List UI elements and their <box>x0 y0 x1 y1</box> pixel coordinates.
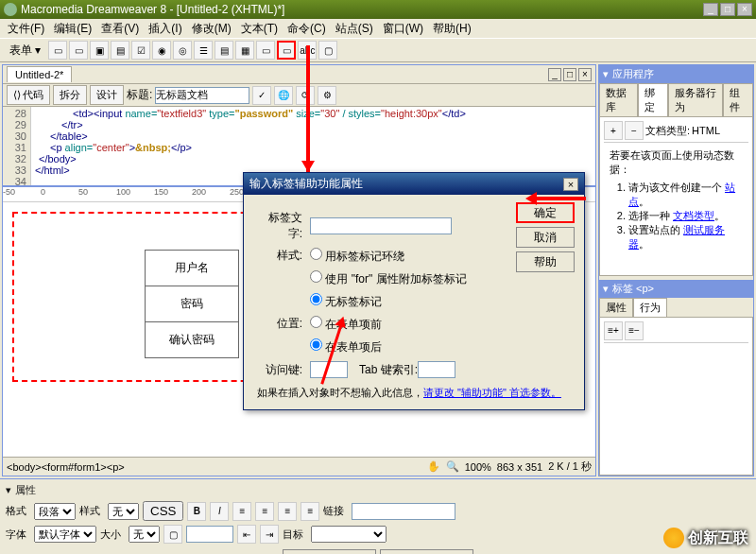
style-select[interactable]: 无 <box>108 503 139 520</box>
link-input[interactable] <box>352 503 455 520</box>
form-table[interactable]: 用户名 密码 确认密码 <box>145 250 239 358</box>
style-label: 样式 <box>79 504 104 518</box>
menu-edit[interactable]: 编辑(E) <box>50 19 95 39</box>
hint2-link[interactable]: 文档类型 <box>673 210 714 221</box>
position-after-radio[interactable]: 在表单项后 <box>310 340 382 354</box>
doc-tab-untitled[interactable]: Untitled-2* <box>7 66 72 82</box>
page-properties-btn[interactable]: 页面属性... <box>283 549 376 554</box>
tab-attributes[interactable]: 属性 <box>599 298 633 317</box>
panel-application-header[interactable]: 应用程序 <box>599 65 753 83</box>
tab-bindings[interactable]: 绑定 <box>638 83 668 116</box>
hint-3: 设置站点的 测试服务器。 <box>628 223 743 251</box>
split-view-btn[interactable]: 拆分 <box>53 85 87 105</box>
minimize-button[interactable]: _ <box>703 3 718 16</box>
style-none-radio[interactable]: 无标签标记 <box>310 293 467 310</box>
outdent-btn[interactable]: ⇤ <box>237 525 256 544</box>
props-header[interactable]: 属性 <box>15 483 36 497</box>
tab-serverbehaviors[interactable]: 服务器行为 <box>668 83 724 116</box>
align-left-btn[interactable]: ≡ <box>232 502 251 521</box>
menu-modify[interactable]: 修改(M) <box>188 19 235 39</box>
menu-insert[interactable]: 插入(I) <box>145 19 185 39</box>
tag-selector[interactable]: <body><form#form1><p> <box>7 461 125 473</box>
color-btn[interactable]: ▢ <box>163 525 182 544</box>
watermark-logo-icon <box>663 528 684 548</box>
window-size[interactable]: 863 x 351 <box>497 461 542 473</box>
menu-commands[interactable]: 命令(C) <box>284 19 330 39</box>
font-select[interactable]: 默认字体 <box>34 526 96 543</box>
zoom-value[interactable]: 100% <box>465 461 491 473</box>
align-center-btn[interactable]: ≡ <box>255 502 274 521</box>
code-view-btn[interactable]: ⟨⟩代码 <box>7 85 50 105</box>
tabindex-input[interactable] <box>418 361 455 378</box>
ok-button[interactable]: 确定 <box>516 202 575 223</box>
menu-window[interactable]: 窗口(W) <box>379 19 427 39</box>
size-select[interactable]: 无 <box>129 526 160 543</box>
indent-btn[interactable]: ⇥ <box>260 525 279 544</box>
insert-category-dropdown[interactable]: 表单 ▾ <box>4 41 46 61</box>
close-button[interactable]: × <box>737 3 752 16</box>
doctype-label: 文档类型: <box>645 124 690 138</box>
font-label: 字体 <box>6 528 30 542</box>
image-field-btn[interactable]: ▦ <box>235 41 254 60</box>
bold-btn[interactable]: B <box>187 502 206 521</box>
radio-btn[interactable]: ◉ <box>152 41 171 60</box>
prefs-link[interactable]: 请更改 "辅助功能" 首选参数。 <box>423 387 561 398</box>
button-btn[interactable]: ▭ <box>277 41 296 60</box>
checkbox-btn[interactable]: ☑ <box>131 41 150 60</box>
line-gutter: 2829303132333435 <box>3 107 31 185</box>
radiogroup-btn[interactable]: ◎ <box>173 41 192 60</box>
target-select[interactable] <box>311 526 387 543</box>
menu-help[interactable]: 帮助(H) <box>429 19 475 39</box>
behaviors-add[interactable]: ≡+ <box>604 321 623 340</box>
align-justify-btn[interactable]: ≡ <box>301 502 319 521</box>
tab-behaviors[interactable]: 行为 <box>633 298 667 317</box>
menu-text[interactable]: 文本(T) <box>237 19 282 39</box>
cancel-button[interactable]: 取消 <box>516 227 575 248</box>
menu-view[interactable]: 查看(V) <box>97 19 143 39</box>
help-button[interactable]: 帮助 <box>516 251 575 272</box>
menu-file[interactable]: 文件(F) <box>4 19 48 39</box>
italic-btn[interactable]: I <box>210 502 229 521</box>
align-right-btn[interactable]: ≡ <box>278 502 297 521</box>
hand-icon[interactable]: ✋ <box>427 460 440 473</box>
cell-confirm[interactable]: 确认密码 <box>146 322 239 358</box>
style-wrap-radio[interactable]: 用标签标记环绕 <box>310 248 467 265</box>
tab-database[interactable]: 数据库 <box>599 83 638 116</box>
cell-password[interactable]: 密码 <box>146 286 239 322</box>
fieldset-btn[interactable]: ▢ <box>318 41 337 60</box>
textfield-btn[interactable]: ▭ <box>69 41 88 60</box>
validate-btn[interactable]: ✓ <box>252 86 271 105</box>
tab-components[interactable]: 组件 <box>723 83 753 116</box>
statusbar: <body><form#form1><p> ✋ 🔍 100% 863 x 351… <box>3 457 595 476</box>
style-for-radio[interactable]: 使用 "for" 属性附加标签标记 <box>310 270 467 287</box>
design-view-btn[interactable]: 设计 <box>90 85 124 105</box>
style-section-label: 样式: <box>255 248 302 264</box>
doc-close[interactable]: × <box>578 68 592 81</box>
form-btn[interactable]: ▭ <box>48 41 67 60</box>
format-select[interactable]: 段落 <box>34 503 76 520</box>
list-btn[interactable]: ☰ <box>194 41 213 60</box>
opts-btn[interactable]: ⚙ <box>318 86 336 105</box>
jump-btn[interactable]: ▤ <box>215 41 233 60</box>
label-text-input[interactable] <box>310 217 452 234</box>
behaviors-remove[interactable]: ≡− <box>625 321 644 340</box>
add-binding-btn[interactable]: + <box>604 121 623 140</box>
remove-binding-btn[interactable]: − <box>625 121 644 140</box>
browser-btn[interactable]: 🌐 <box>274 86 293 105</box>
panel-tag-header[interactable]: 标签 <p> <box>599 280 753 298</box>
hidden-btn[interactable]: ▣ <box>90 41 109 60</box>
list-items-btn[interactable]: 列表项目... <box>380 549 473 554</box>
file-field-btn[interactable]: ▭ <box>256 41 275 60</box>
doc-minimize[interactable]: _ <box>548 68 561 81</box>
menu-site[interactable]: 站点(S) <box>332 19 377 39</box>
color-input[interactable] <box>186 526 233 543</box>
zoom-icon[interactable]: 🔍 <box>446 460 459 473</box>
cell-username[interactable]: 用户名 <box>146 251 239 286</box>
doc-restore[interactable]: □ <box>563 68 576 81</box>
page-weight: 2 K / 1 秒 <box>548 459 592 474</box>
title-input[interactable] <box>155 87 249 104</box>
textarea-btn[interactable]: ▤ <box>111 41 129 60</box>
maximize-button[interactable]: □ <box>720 3 735 16</box>
dialog-close-btn[interactable]: × <box>563 178 578 191</box>
css-button[interactable]: CSS <box>143 501 183 521</box>
